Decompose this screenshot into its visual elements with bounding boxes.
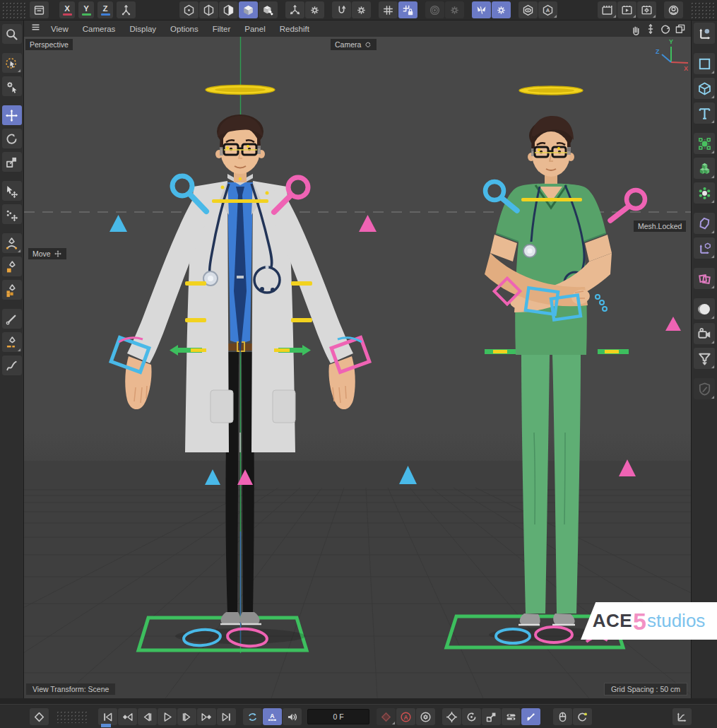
sculpt-tool-button[interactable] xyxy=(2,356,22,375)
capture-button[interactable] xyxy=(664,1,683,18)
polygons-mode-button[interactable] xyxy=(219,1,238,18)
previous-frame-button[interactable] xyxy=(138,708,157,725)
scale-tool-button[interactable] xyxy=(2,152,22,172)
symmetry-button[interactable] xyxy=(472,1,491,18)
transfer-tool-button[interactable] xyxy=(2,181,22,201)
current-frame-field[interactable]: 0 F xyxy=(307,709,369,724)
multi-move-tool-button[interactable] xyxy=(2,204,22,224)
record-position-button[interactable] xyxy=(442,708,461,725)
menu-item-view[interactable]: View xyxy=(44,25,76,33)
camera-nav-button[interactable] xyxy=(573,708,592,725)
polygon-pen-tool-button[interactable] xyxy=(2,257,22,276)
symmetry-settings-button[interactable] xyxy=(492,1,511,18)
line-cut-tool-button[interactable] xyxy=(2,332,22,352)
search-tool-button[interactable] xyxy=(2,24,22,44)
gizmo-y-label: Y xyxy=(669,38,673,45)
viewport-filter-button[interactable]: A xyxy=(538,1,557,18)
mouse-mode-button[interactable] xyxy=(553,708,572,725)
timeline-fcurve-button[interactable] xyxy=(672,708,692,725)
animate-mode-button[interactable]: A xyxy=(263,708,282,725)
axis-lock-x-button[interactable]: X xyxy=(59,1,75,18)
set-keyframe-button[interactable] xyxy=(30,708,49,725)
camera-label-menu[interactable]: Camera xyxy=(331,39,377,50)
deformer-button[interactable] xyxy=(694,213,715,234)
autokey-button[interactable]: A xyxy=(396,708,415,725)
menu-item-panel[interactable]: Panel xyxy=(237,25,272,33)
spline-primitive-button[interactable] xyxy=(694,53,715,74)
render-settings-button[interactable] xyxy=(637,1,656,18)
previous-key-button[interactable] xyxy=(118,708,137,725)
camera-object-button[interactable] xyxy=(694,323,715,344)
rotate-tool-button[interactable] xyxy=(2,129,22,148)
menu-item-cameras[interactable]: Cameras xyxy=(76,25,123,33)
volume-builder-button[interactable] xyxy=(694,158,715,179)
keyframe-channel-toggles xyxy=(442,708,540,725)
next-key-button[interactable] xyxy=(197,708,216,725)
texture-mode-button[interactable] xyxy=(259,1,278,18)
edges-mode-button[interactable] xyxy=(199,1,218,18)
cloner-button[interactable] xyxy=(694,133,715,154)
keying-settings-button[interactable] xyxy=(416,708,435,725)
viewport-visibility-button[interactable] xyxy=(519,1,538,18)
stage-button[interactable] xyxy=(694,348,715,369)
modifier-axis-button[interactable] xyxy=(694,237,715,259)
model-mode-button[interactable] xyxy=(239,1,258,18)
live-selection-tool-button[interactable] xyxy=(2,53,22,73)
view-undo-button[interactable] xyxy=(332,1,351,18)
render-picture-viewer-button[interactable] xyxy=(617,1,636,18)
quantize-button[interactable] xyxy=(398,1,417,18)
spline-pen-tool-button[interactable] xyxy=(2,233,22,253)
tweak-tool-button[interactable] xyxy=(2,76,22,96)
target-tool-button[interactable] xyxy=(425,1,444,18)
menu-item-display[interactable]: Display xyxy=(122,25,163,33)
points-mode-button[interactable] xyxy=(179,1,198,18)
nav-mode-controls xyxy=(553,708,592,725)
axis-lock-y-button[interactable]: Y xyxy=(78,1,94,18)
pan-view-button[interactable] xyxy=(629,23,642,35)
menu-item-redshift[interactable]: Redshift xyxy=(273,25,316,33)
current-frame-value: 0 F xyxy=(333,712,343,721)
toggle-panel-button[interactable] xyxy=(674,23,687,35)
record-keyframe-button[interactable] xyxy=(377,708,396,725)
axis-settings-button[interactable] xyxy=(305,1,324,18)
viewport-canvas[interactable]: Y X Z xyxy=(24,37,691,698)
render-view-button[interactable] xyxy=(598,1,617,18)
brush-tool-button[interactable] xyxy=(2,309,22,329)
record-scale-button[interactable] xyxy=(482,708,501,725)
menu-item-filter[interactable]: Filter xyxy=(206,25,238,33)
sky-button[interactable] xyxy=(694,298,715,319)
record-pla-button[interactable] xyxy=(521,708,540,725)
main-menu-button[interactable] xyxy=(27,22,44,36)
instance-button[interactable] xyxy=(694,268,715,289)
dolly-view-button[interactable] xyxy=(644,23,657,35)
play-button[interactable] xyxy=(158,708,177,725)
target-settings-button[interactable] xyxy=(445,1,464,18)
layout-window-button[interactable] xyxy=(30,1,49,18)
sound-toggle-button[interactable] xyxy=(283,708,302,725)
toolbar-grip-dots xyxy=(1,1,25,18)
motext-button[interactable] xyxy=(694,102,715,124)
cube-primitive-button[interactable] xyxy=(694,78,715,99)
axis-lock-z-button[interactable]: Z xyxy=(97,1,113,18)
viewport-area[interactable]: Y X Z Perspective Camera Mesh.Locked Mov… xyxy=(24,37,691,698)
play-mode-loop-button[interactable] xyxy=(243,708,262,725)
goto-start-button[interactable] xyxy=(98,708,117,725)
record-parameter-button[interactable] xyxy=(502,708,521,725)
view-label-menu[interactable]: Perspective xyxy=(25,39,73,50)
timeline-strip[interactable] xyxy=(0,698,717,704)
view-settings-button[interactable] xyxy=(352,1,371,18)
next-frame-button[interactable] xyxy=(177,708,196,725)
coordinates-button[interactable] xyxy=(694,23,715,44)
menu-item-options[interactable]: Options xyxy=(163,25,206,33)
field-button[interactable] xyxy=(694,182,715,204)
snap-grid-button[interactable] xyxy=(379,1,398,18)
orbit-view-button[interactable] xyxy=(659,23,672,35)
goto-end-button[interactable] xyxy=(217,708,236,725)
timeline-frame-marker[interactable] xyxy=(101,724,111,727)
move-tool-button[interactable] xyxy=(2,105,22,125)
coordinates-gizmo-button[interactable] xyxy=(117,1,136,18)
axis-tool-button[interactable] xyxy=(285,1,304,18)
record-rotation-button[interactable] xyxy=(462,708,481,725)
annotation-button[interactable] xyxy=(694,378,715,399)
volume-pen-tool-button[interactable] xyxy=(2,280,22,300)
